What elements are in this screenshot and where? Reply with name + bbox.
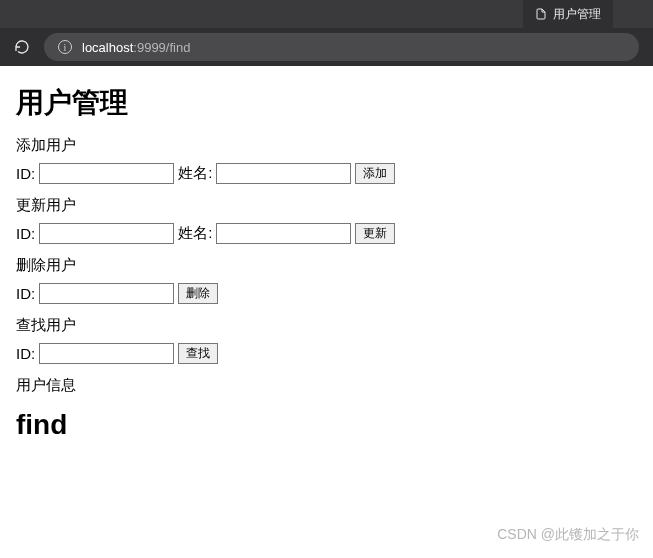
add-button[interactable]: 添加 <box>355 163 395 184</box>
delete-user-form: ID: 删除 <box>16 283 637 304</box>
tab-title: 用户管理 <box>553 6 601 23</box>
browser-tab-bar: 用户管理 <box>0 0 653 28</box>
url-box[interactable]: i localhost:9999/find <box>44 33 639 61</box>
update-section-label: 更新用户 <box>16 196 637 215</box>
page-body: 用户管理 添加用户 ID: 姓名: 添加 更新用户 ID: 姓名: 更新 删除用… <box>0 66 653 465</box>
delete-button[interactable]: 删除 <box>178 283 218 304</box>
find-button[interactable]: 查找 <box>178 343 218 364</box>
user-info-label: 用户信息 <box>16 376 637 395</box>
find-id-input[interactable] <box>39 343 174 364</box>
add-section-label: 添加用户 <box>16 136 637 155</box>
update-button[interactable]: 更新 <box>355 223 395 244</box>
add-id-label: ID: <box>16 165 35 182</box>
update-id-label: ID: <box>16 225 35 242</box>
add-user-form: ID: 姓名: 添加 <box>16 163 637 184</box>
reload-icon[interactable] <box>14 39 30 55</box>
add-name-input[interactable] <box>216 163 351 184</box>
find-user-form: ID: 查找 <box>16 343 637 364</box>
url-host: localhost <box>82 40 133 55</box>
page-title: 用户管理 <box>16 84 637 122</box>
delete-id-input[interactable] <box>39 283 174 304</box>
url-text: localhost:9999/find <box>82 40 190 55</box>
file-icon <box>535 7 547 21</box>
update-id-input[interactable] <box>39 223 174 244</box>
delete-id-label: ID: <box>16 285 35 302</box>
update-user-form: ID: 姓名: 更新 <box>16 223 637 244</box>
find-id-label: ID: <box>16 345 35 362</box>
site-info-icon[interactable]: i <box>58 40 72 54</box>
find-section-label: 查找用户 <box>16 316 637 335</box>
add-id-input[interactable] <box>39 163 174 184</box>
result-heading: find <box>16 409 637 441</box>
update-name-input[interactable] <box>216 223 351 244</box>
update-name-label: 姓名: <box>178 224 212 243</box>
browser-address-bar: i localhost:9999/find <box>0 28 653 66</box>
browser-tab[interactable]: 用户管理 <box>523 0 613 28</box>
add-name-label: 姓名: <box>178 164 212 183</box>
delete-section-label: 删除用户 <box>16 256 637 275</box>
url-path: :9999/find <box>133 40 190 55</box>
